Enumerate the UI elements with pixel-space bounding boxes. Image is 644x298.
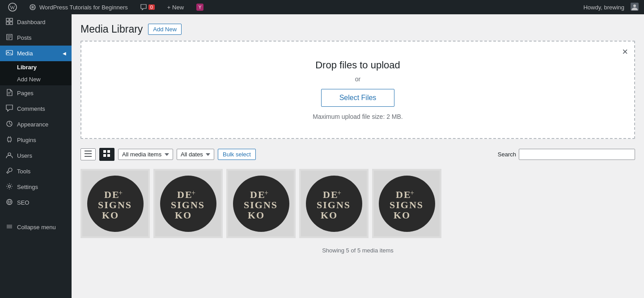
sidebar-label-plugins: Plugins (17, 137, 36, 143)
add-new-button[interactable]: Add New (148, 24, 182, 35)
svg-text:SIGNS: SIGNS (171, 199, 205, 210)
media-thumbnail: DE + SIGNS KO (301, 171, 367, 236)
sidebar-label-seo: SEO (17, 199, 29, 206)
sidebar-item-settings[interactable]: Settings (0, 179, 72, 195)
svg-text:KO: KO (248, 210, 265, 221)
seo-icon (5, 198, 13, 207)
sidebar-label-users: Users (17, 152, 32, 159)
sidebar-item-seo[interactable]: SEO (0, 195, 72, 210)
svg-text:DE: DE (250, 189, 266, 200)
select-files-button[interactable]: Select Files (321, 89, 395, 107)
sidebar-item-plugins[interactable]: Plugins (0, 132, 72, 148)
sidebar-label-comments: Comments (17, 105, 45, 112)
yoast-icon[interactable]: Y (194, 0, 206, 14)
svg-text:DE: DE (177, 189, 193, 200)
sidebar-item-media[interactable]: Media ◀ (0, 46, 72, 61)
svg-text:DE: DE (104, 189, 120, 200)
svg-text:SIGNS: SIGNS (390, 199, 424, 210)
media-item[interactable]: DE + SIGNS KO (153, 169, 223, 238)
svg-text:KO: KO (102, 210, 119, 221)
upload-drop-title: Drop files to upload (315, 59, 400, 71)
media-count: Showing 5 of 5 media items (72, 243, 644, 263)
sidebar-label-tools: Tools (17, 168, 30, 175)
sidebar-label-pages: Pages (17, 90, 34, 97)
sidebar-subitem-add-new[interactable]: Add New (0, 73, 72, 85)
upload-or-text: or (355, 76, 360, 83)
add-new-label: Add New (17, 76, 41, 83)
site-name[interactable]: WordPress Tutorials for Beginners (27, 0, 131, 14)
new-post-button[interactable]: + New (165, 0, 186, 14)
media-thumbnail: DE + SIGNS KO (82, 171, 148, 236)
sidebar: Dashboard Posts Media ◀ Library Add New (0, 14, 72, 298)
sidebar-label-media: Media (17, 50, 33, 57)
filter-media-select[interactable]: All media items Images Audio Video Docum… (118, 149, 173, 160)
media-item[interactable]: DE + SIGNS KO (372, 169, 441, 238)
sidebar-item-comments[interactable]: Comments (0, 101, 72, 117)
media-thumbnail: DE + SIGNS KO (374, 171, 440, 236)
svg-rect-8 (10, 18, 13, 21)
svg-point-6 (633, 4, 636, 7)
page-header: Media Library Add New (72, 14, 644, 35)
svg-text:SIGNS: SIGNS (317, 199, 351, 210)
plugins-icon (5, 136, 13, 144)
pages-icon (5, 89, 13, 97)
sidebar-item-appearance[interactable]: Appearance (0, 117, 72, 132)
media-grid: DE + SIGNS KO DE + SIGNS KO DE + SIGNS K… (72, 164, 644, 243)
upload-drop-zone[interactable]: × Drop files to upload or Select Files M… (80, 41, 635, 139)
grid-view-button[interactable] (99, 148, 114, 161)
sidebar-label-posts: Posts (17, 34, 32, 41)
svg-rect-19 (107, 150, 110, 153)
svg-point-16 (8, 185, 11, 188)
sidebar-collapse-menu[interactable]: Collapse menu (0, 219, 72, 235)
svg-text:+: + (410, 189, 414, 197)
svg-text:KO: KO (321, 210, 338, 221)
sidebar-subitem-library[interactable]: Library (0, 61, 72, 73)
svg-rect-14 (8, 138, 11, 141)
sidebar-label-settings: Settings (17, 184, 38, 190)
svg-text:+: + (264, 189, 268, 197)
close-upload-button[interactable]: × (622, 47, 628, 57)
media-arrow-icon: ◀ (63, 51, 66, 56)
svg-text:W: W (10, 4, 15, 11)
media-thumbnail: DE + SIGNS KO (155, 171, 221, 236)
svg-rect-7 (6, 18, 9, 21)
posts-icon (5, 34, 13, 42)
appearance-icon (5, 120, 13, 129)
filter-date-select[interactable]: All dates (177, 149, 214, 160)
sidebar-item-dashboard[interactable]: Dashboard (0, 14, 72, 30)
comment-count-badge: 0 (148, 4, 155, 10)
svg-rect-21 (107, 154, 110, 157)
svg-text:Y: Y (199, 5, 202, 10)
sidebar-item-posts[interactable]: Posts (0, 30, 72, 46)
search-input[interactable] (519, 149, 635, 160)
svg-rect-20 (103, 154, 106, 157)
media-item[interactable]: DE + SIGNS KO (226, 169, 296, 238)
sidebar-item-tools[interactable]: Tools (0, 164, 72, 179)
media-item[interactable]: DE + SIGNS KO (299, 169, 369, 238)
sidebar-item-users[interactable]: Users (0, 148, 72, 164)
svg-text:DE: DE (323, 189, 339, 200)
svg-rect-18 (103, 150, 106, 153)
collapse-menu-label: Collapse menu (17, 224, 56, 231)
sidebar-label-dashboard: Dashboard (17, 19, 46, 25)
sidebar-label-appearance: Appearance (17, 121, 48, 128)
svg-text:KO: KO (175, 210, 192, 221)
page-title: Media Library (80, 23, 143, 35)
media-item[interactable]: DE + SIGNS KO (80, 169, 150, 238)
bulk-select-button[interactable]: Bulk select (218, 149, 256, 160)
wp-logo-icon[interactable]: W (5, 0, 20, 14)
list-view-button[interactable] (80, 148, 96, 160)
svg-rect-9 (6, 22, 9, 25)
user-avatar[interactable] (631, 3, 639, 12)
svg-text:+: + (337, 189, 341, 197)
content-area: Media Library Add New × Drop files to up… (72, 14, 644, 298)
sidebar-item-pages[interactable]: Pages (0, 85, 72, 101)
svg-text:SIGNS: SIGNS (244, 199, 278, 210)
comments-icon (5, 105, 13, 113)
svg-text:DE: DE (396, 189, 411, 200)
howdy-section: Howdy, brewing (583, 3, 639, 12)
media-thumbnail: DE + SIGNS KO (228, 171, 294, 236)
upload-max-size-text: Maximum upload file size: 2 MB. (313, 113, 403, 120)
comments-icon-bar[interactable]: 0 (138, 0, 157, 14)
svg-text:SIGNS: SIGNS (98, 199, 132, 210)
